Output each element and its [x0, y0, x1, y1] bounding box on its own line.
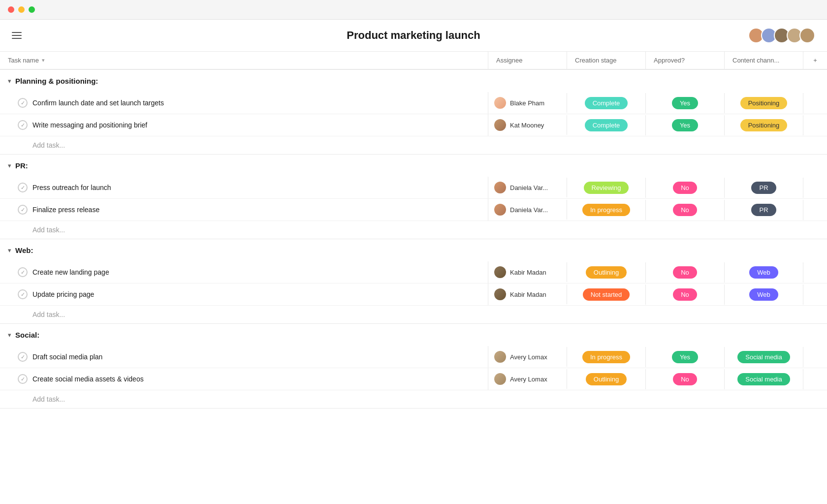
col-task-name[interactable]: Task name ▾: [0, 52, 488, 69]
table-header: Task name ▾ Assignee Creation stage Appr…: [0, 52, 827, 70]
approved-badge: Yes: [672, 119, 698, 131]
content-channel-cell[interactable]: PR: [725, 178, 803, 198]
section-header-planning[interactable]: ▾ Planning & positioning:: [0, 70, 827, 92]
approved-cell[interactable]: No: [646, 178, 725, 198]
sections-container: ▾ Planning & positioning: ✓ Confirm laun…: [0, 70, 827, 409]
content-channel-cell[interactable]: Web: [725, 284, 803, 305]
titlebar: [0, 0, 827, 20]
section-pr: ▾ PR: ✓ Press outreach for launch Daniel…: [0, 155, 827, 239]
content-channel-badge: Positioning: [740, 97, 788, 109]
content-channel-cell[interactable]: Social media: [725, 347, 803, 367]
avatar: [494, 373, 506, 385]
approved-badge: No: [673, 288, 697, 301]
add-column-button[interactable]: +: [803, 52, 827, 69]
section-title: Planning & positioning:: [15, 77, 98, 85]
approved-badge: No: [673, 182, 697, 194]
task-actions-cell: [803, 375, 827, 383]
col-creation-stage: Creation stage: [567, 52, 646, 69]
creation-stage-cell[interactable]: Reviewing: [567, 178, 646, 198]
header: Product marketing launch: [0, 20, 827, 52]
approved-cell[interactable]: Yes: [646, 347, 725, 367]
content-channel-badge: Positioning: [740, 119, 788, 131]
creation-stage-cell[interactable]: Complete: [567, 93, 646, 113]
col-approved: Approved?: [646, 52, 725, 69]
avatar: [494, 288, 506, 300]
task-actions-cell: [803, 353, 827, 361]
task-complete-icon[interactable]: ✓: [18, 98, 28, 108]
minimize-button[interactable]: [18, 6, 25, 13]
creation-stage-cell[interactable]: In progress: [567, 347, 646, 367]
close-button[interactable]: [8, 6, 14, 13]
section-title: PR:: [15, 161, 28, 170]
assignee-cell[interactable]: Kabir Madan: [488, 284, 567, 304]
task-actions-cell: [803, 206, 827, 214]
approved-cell[interactable]: No: [646, 369, 725, 389]
task-complete-icon[interactable]: ✓: [18, 205, 28, 215]
creation-stage-badge: Reviewing: [584, 182, 629, 194]
table-row: ✓ Draft social media plan Avery Lomax In…: [0, 346, 827, 368]
content-channel-cell[interactable]: PR: [725, 200, 803, 220]
task-complete-icon[interactable]: ✓: [18, 374, 28, 384]
task-name-cell: ✓ Draft social media plan: [0, 346, 488, 368]
task-complete-icon[interactable]: ✓: [18, 267, 28, 277]
task-actions-cell: [803, 290, 827, 298]
task-complete-icon[interactable]: ✓: [18, 120, 28, 130]
creation-stage-badge: Outlining: [586, 266, 627, 279]
maximize-button[interactable]: [29, 6, 35, 13]
table-row: ✓ Update pricing page Kabir Madan Not st…: [0, 284, 827, 306]
section-header-web[interactable]: ▾ Web:: [0, 239, 827, 261]
add-task-button[interactable]: Add task...: [0, 306, 827, 323]
creation-stage-cell[interactable]: Complete: [567, 115, 646, 135]
content-channel-cell[interactable]: Social media: [725, 369, 803, 389]
approved-cell[interactable]: No: [646, 200, 725, 220]
approved-cell[interactable]: Yes: [646, 115, 725, 135]
task-actions-cell: [803, 99, 827, 107]
avatar: [494, 266, 506, 278]
task-name-text: Confirm launch date and set launch targe…: [32, 99, 164, 107]
task-name-cell: ✓ Press outreach for launch: [0, 177, 488, 198]
assignee-cell[interactable]: Daniela Var...: [488, 200, 567, 220]
approved-cell[interactable]: No: [646, 262, 725, 283]
content-channel-cell[interactable]: Positioning: [725, 93, 803, 113]
content-channel-cell[interactable]: Web: [725, 262, 803, 283]
creation-stage-cell[interactable]: Outlining: [567, 262, 646, 283]
section-header-social[interactable]: ▾ Social:: [0, 324, 827, 346]
approved-cell[interactable]: Yes: [646, 93, 725, 113]
table-row: ✓ Create social media assets & videos Av…: [0, 368, 827, 390]
chevron-down-icon: ▾: [8, 247, 11, 254]
section-social: ▾ Social: ✓ Draft social media plan Aver…: [0, 324, 827, 409]
task-complete-icon[interactable]: ✓: [18, 183, 28, 192]
assignee-name: Kabir Madan: [510, 269, 546, 276]
creation-stage-badge: Not started: [583, 288, 630, 301]
collaborators-avatars: [748, 28, 815, 43]
assignee-cell[interactable]: Blake Pham: [488, 93, 567, 113]
section-header-pr[interactable]: ▾ PR:: [0, 155, 827, 177]
task-name-text: Write messaging and positioning brief: [32, 121, 147, 129]
table-row: ✓ Finalize press release Daniela Var... …: [0, 199, 827, 221]
add-task-button[interactable]: Add task...: [0, 390, 827, 408]
task-complete-icon[interactable]: ✓: [18, 352, 28, 362]
approved-cell[interactable]: No: [646, 284, 725, 305]
creation-stage-cell[interactable]: In progress: [567, 200, 646, 220]
task-name-text: Create social media assets & videos: [32, 375, 144, 383]
add-task-button[interactable]: Add task...: [0, 221, 827, 239]
assignee-cell[interactable]: Avery Lomax: [488, 347, 567, 367]
assignee-cell[interactable]: Kabir Madan: [488, 262, 567, 282]
assignee-cell[interactable]: Daniela Var...: [488, 178, 567, 197]
add-task-button[interactable]: Add task...: [0, 136, 827, 154]
creation-stage-badge: In progress: [582, 204, 630, 216]
creation-stage-cell[interactable]: Outlining: [567, 369, 646, 389]
content-channel-badge: Web: [749, 288, 778, 301]
section-title: Web:: [15, 246, 33, 254]
task-name-text: Create new landing page: [32, 268, 109, 276]
task-complete-icon[interactable]: ✓: [18, 289, 28, 299]
creation-stage-badge: Complete: [585, 119, 628, 131]
task-name-cell: ✓ Write messaging and positioning brief: [0, 114, 488, 136]
creation-stage-cell[interactable]: Not started: [567, 284, 646, 305]
approved-badge: No: [673, 266, 697, 279]
assignee-cell[interactable]: Kat Mooney: [488, 115, 567, 135]
menu-button[interactable]: [12, 32, 22, 39]
assignee-cell[interactable]: Avery Lomax: [488, 369, 567, 389]
content-channel-cell[interactable]: Positioning: [725, 115, 803, 135]
section-title: Social:: [15, 331, 39, 339]
